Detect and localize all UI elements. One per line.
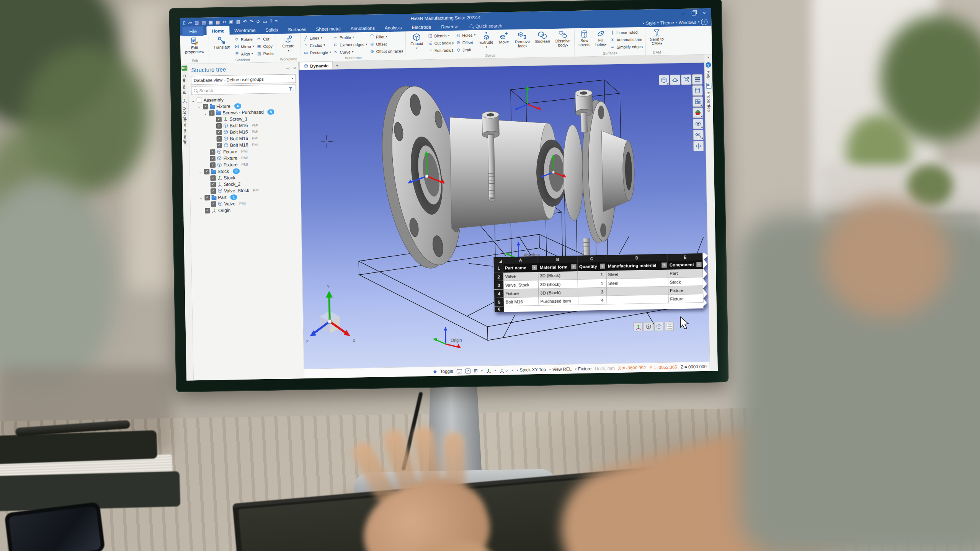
help-button[interactable]: ? [701,19,707,25]
close-button[interactable]: × [703,11,706,16]
cell-manufacturing-material[interactable]: Steel [606,278,668,287]
extract-edges-button[interactable]: ⊏Extract edges▾ [333,41,367,48]
paste-icon[interactable]: ▨ [236,20,241,24]
toggle-label[interactable]: Toggle [440,369,453,374]
cell-component[interactable]: Stock [668,277,703,286]
cut-bodies-button[interactable]: ◱Cut bodies [428,39,454,46]
selection-mode-button[interactable] [634,322,643,331]
cell-manufacturing-material[interactable] [607,295,668,304]
cell-quantity[interactable]: 4 [578,296,607,305]
zoom-fit-button[interactable] [681,74,691,85]
new-viewport-tab-button[interactable]: + [336,63,338,69]
theme-menu[interactable]: Theme [660,20,674,25]
open-icon[interactable]: ▱ [188,20,192,25]
checkbox[interactable] [211,201,216,207]
checkbox[interactable] [210,149,215,155]
rectangle-button[interactable]: ▭Rectangle▾ [303,49,331,56]
filter-button[interactable]: ▾ [571,264,577,269]
cell-material-form[interactable]: 3D (Block) [538,271,578,280]
checkbox[interactable] [197,97,202,103]
simplify-edges-button[interactable]: ≋Simplify edges [610,43,643,51]
checkbox[interactable] [209,110,214,116]
bom-table[interactable]: A B C D E 1 Part name▾ [493,253,704,312]
cell-manufacturing-material[interactable]: Steel [606,269,668,279]
expander-icon[interactable]: ⌄ [199,170,202,174]
translate-button[interactable]: Translate [211,35,233,58]
save-icon[interactable]: ▤ [201,20,206,24]
column-letter-e[interactable]: E [668,253,702,261]
checkbox[interactable] [210,175,216,181]
cell-part-name[interactable]: Valve_Stock [503,280,538,289]
expander-icon[interactable]: ⌄ [199,196,203,200]
row-number[interactable]: 5 [494,298,504,306]
filter-button[interactable]: ▾ [532,265,537,270]
workplane-view-button[interactable] [692,85,702,96]
redo-icon[interactable]: ↷ [250,19,253,24]
cut-button[interactable]: ✂Cut [256,35,273,42]
column-letter-c[interactable]: C [577,255,606,262]
cell-component[interactable]: Part [668,269,703,278]
visibility-button[interactable] [693,119,703,129]
create-workplane-button[interactable]: Create▾ [278,34,299,57]
checkbox[interactable] [210,162,216,168]
checkbox[interactable] [204,169,209,174]
filter-button[interactable]: ▾ [662,262,667,268]
mirror-button[interactable]: ⋈Mirror▾ [234,43,254,50]
checkbox[interactable] [203,104,208,109]
new-file-icon[interactable]: ▯ [183,20,186,25]
expander-icon[interactable]: ⌄ [204,111,207,115]
select-visible-button[interactable] [693,130,703,140]
checkbox[interactable] [211,188,216,194]
import-icon[interactable]: ▥ [194,20,199,25]
copy-button[interactable]: ▣Copy [256,42,273,49]
curve-button[interactable]: ∿Curve▾ [333,48,368,55]
extrude-button[interactable]: Extrude▾ [477,31,496,54]
edit-properties-button[interactable]: Edit properties▾ [182,36,207,59]
view-dropdown[interactable]: Database view - Define user groups ▾ [191,74,296,85]
cell-component[interactable]: Fixture [668,294,703,303]
cut-icon[interactable]: ✂ [222,20,226,24]
cell-material-form[interactable]: 3D (Block) [538,279,578,289]
command-tab[interactable]: Command [182,75,187,95]
sew-sheets-button[interactable]: Sew sheets [576,29,593,52]
move-button[interactable]: Move [496,30,512,53]
row-number[interactable]: 2 [494,272,503,281]
customize-icon[interactable]: ≡ [275,19,278,23]
expander-icon[interactable]: ⌄ [191,98,195,103]
checkbox[interactable] [210,156,215,161]
about-icon[interactable]: ? [270,19,272,23]
save-as-icon[interactable]: ▦ [209,20,213,24]
tab-reverse[interactable]: Reverse [436,21,463,31]
cell-manufacturing-material[interactable] [606,286,668,296]
tab-surfaces[interactable]: Surfaces [283,24,311,34]
wireframe-view-button[interactable] [654,322,663,331]
style-menu[interactable]: Style [646,21,656,25]
workplane-axes-icon[interactable] [499,368,504,373]
tab-electrode[interactable]: Electrode [407,22,436,32]
restore-button[interactable] [692,11,696,15]
checkbox[interactable] [216,123,222,128]
viewport-tab-dynamic[interactable]: Dynamic [299,62,333,70]
expander-icon[interactable]: ⌄ [198,104,201,109]
minimize-button[interactable]: – [682,11,685,16]
multi-view-button[interactable] [665,321,674,331]
profile-button[interactable]: ⌐Profile▾ [333,34,367,41]
structure-icon[interactable]: ⊞ [474,368,478,373]
select-all-corner[interactable] [493,257,503,264]
filter-button[interactable]: ▾ [696,262,702,267]
axes-icon[interactable] [486,368,491,373]
pin-icon[interactable]: ⊤ [285,66,290,70]
cell-part-name[interactable]: Bolt M16 [504,297,539,306]
help-tab[interactable]: Help [706,71,711,80]
windows-menu[interactable]: Windows [679,20,697,25]
offset-button[interactable]: ⊚Offset [369,40,403,47]
collapse-chevron-icon[interactable]: ▾ [707,56,709,59]
checkbox[interactable] [216,116,222,122]
cell-quantity[interactable]: 1 [578,279,606,288]
tab-wireframe[interactable]: Wireframe [229,25,261,35]
orbit-button[interactable] [670,75,680,85]
quick-search[interactable]: Quick search [469,21,502,31]
draft-button[interactable]: ◇Draft [456,46,476,53]
paste-button[interactable]: ▨Paste [257,50,274,57]
offset-on-faces-button[interactable]: ⊛Offset on faces [369,47,403,55]
